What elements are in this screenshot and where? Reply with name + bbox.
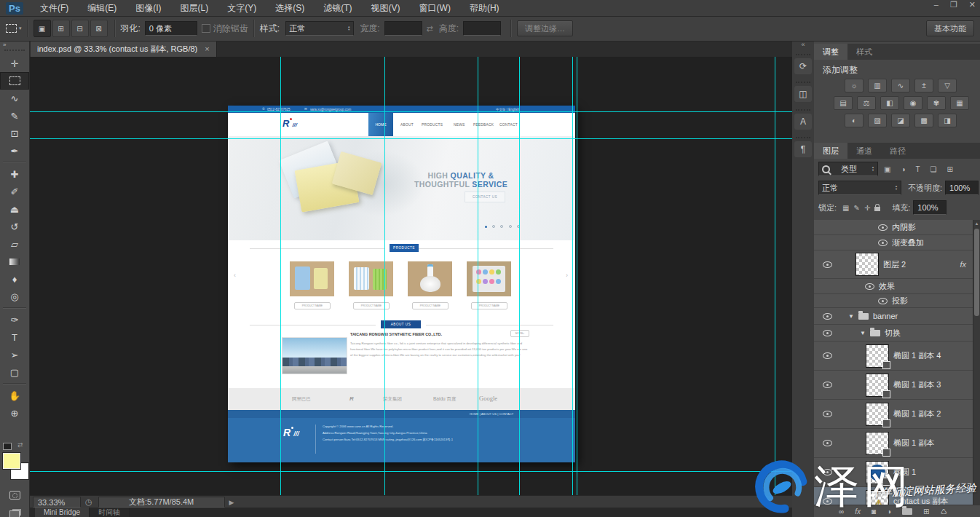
canvas-area[interactable]: ✆ 0512-82707625 ✉ sara.xu@rongweigroup.c… [29,57,792,495]
delete-layer-icon[interactable]: ♺ [940,508,947,516]
character-panel-icon[interactable]: A [794,114,812,130]
opacity-input[interactable]: 100% [945,181,979,195]
visibility-eye-icon[interactable] [823,313,832,320]
subtract-selection-icon[interactable]: ⊟ [71,20,89,37]
layer-row-ellipse-copy4[interactable]: 椭圆 1 副本 4 [814,342,973,371]
layer-effect-drop-shadow[interactable]: 投影 [814,294,973,308]
guide-vertical[interactable] [775,57,775,495]
menu-window[interactable]: 窗口(W) [410,0,460,16]
guide-vertical[interactable] [572,57,573,495]
minimize-button[interactable]: – [934,0,938,9]
about-company-photo[interactable] [282,337,347,374]
restore-button[interactable]: ❐ [950,0,957,9]
filter-type-layers-icon[interactable]: T [916,165,920,173]
new-group-icon[interactable] [902,508,912,515]
guide-horizontal[interactable] [29,471,792,472]
clone-stamp-tool[interactable]: ⏏ [0,200,29,218]
spot-healing-tool[interactable]: ✚ [0,165,29,183]
tab-styles[interactable]: 样式 [847,44,881,60]
crop-tool[interactable]: ⊡ [0,125,29,142]
banner-cta-button[interactable]: CONTACT US [465,192,505,202]
menu-view[interactable]: 视图(V) [362,0,410,16]
partner-alibaba[interactable]: 阿里巴巴 [292,396,311,403]
document-tab[interactable]: index.psd @ 33.3% (contact us 副本, RGB/8)… [31,41,217,57]
tab-timeline[interactable]: 时间轴 [90,508,130,517]
status-options-arrow[interactable]: ▶ [229,499,234,506]
nav-home[interactable]: HOME [368,113,393,136]
partner-baidu[interactable]: Baidu 百度 [433,396,456,403]
layer-row-layer2[interactable]: 图层 2 fx [814,250,973,279]
site-language-switch[interactable]: 中文版 | English [496,108,519,111]
close-button[interactable]: ✕ [969,0,976,9]
layers-scrollbar[interactable]: ▲ [973,220,980,505]
tab-channels[interactable]: 通道 [847,143,881,159]
default-colors-icon[interactable] [3,443,12,450]
products-prev-arrow[interactable]: ‹ [234,272,236,279]
pen-tool[interactable]: ✑ [0,311,29,328]
hand-tool[interactable]: ✋ [0,387,29,404]
footer-links[interactable]: HOME | ABOUT US | CONTACT [470,412,513,416]
fx-badge[interactable]: fx [960,260,966,269]
add-mask-icon[interactable]: ◙ [872,508,876,516]
visibility-eye-icon[interactable] [823,330,832,336]
layer-row-ellipse-copy2[interactable]: 椭圆 1 副本 2 [814,400,973,429]
posterize-icon[interactable]: ▨ [868,114,887,127]
zoom-level-input[interactable]: 33.33% [33,497,81,508]
layer-thumbnail[interactable] [866,403,889,426]
nav-feedback[interactable]: FEEDBACK [473,123,494,127]
new-selection-icon[interactable]: ▣ [33,20,51,37]
guide-vertical[interactable] [577,57,577,495]
products-next-arrow[interactable]: › [566,272,568,279]
close-tab-icon[interactable]: × [205,44,209,53]
channel-mixer-icon[interactable]: ✾ [927,96,946,110]
tab-adjustments[interactable]: 调整 [814,44,847,60]
lock-pixels-icon[interactable]: ✎ [854,204,860,212]
lasso-tool[interactable]: ∿ [0,90,29,107]
menu-file[interactable]: 文件(F) [31,0,78,16]
filter-pixel-layers-icon[interactable]: ▣ [884,165,890,173]
filter-shape-layers-icon[interactable]: ❏ [930,165,937,173]
lock-transparency-icon[interactable]: ▦ [842,204,849,212]
path-selection-tool[interactable]: ➢ [0,346,29,363]
exposure-icon[interactable]: ± [914,79,933,92]
paragraph-panel-icon[interactable]: ¶ [794,141,812,157]
layer-filter-type-select[interactable]: 类型 [818,162,878,176]
visibility-eye-icon[interactable] [823,382,832,388]
move-tool[interactable]: ✛ [0,55,29,72]
menu-edit[interactable]: 编辑(E) [78,0,126,16]
add-selection-icon[interactable]: ⊞ [52,20,70,37]
workspace-button[interactable]: 基本功能 [926,20,974,36]
layer-thumbnail[interactable] [866,432,889,455]
guide-horizontal[interactable] [29,111,792,112]
partner-rongwei-mark[interactable]: R [349,395,354,402]
new-layer-icon[interactable]: ⊞ [923,508,929,516]
antialias-checkbox[interactable] [202,24,210,33]
product-name-button[interactable]: PRODUCT NAME [294,302,331,309]
history-brush-tool[interactable]: ↺ [0,218,29,235]
menu-select[interactable]: 选择(S) [266,0,314,16]
properties-panel-icon[interactable]: ◫ [794,86,812,102]
product-photo[interactable] [467,261,511,296]
quick-mask-icon[interactable] [0,486,29,504]
foreground-color-swatch[interactable] [3,453,20,469]
quick-selection-tool[interactable]: ✎ [0,107,29,125]
invert-icon[interactable]: ◐ [845,114,864,127]
refine-edge-button[interactable]: 调整边缘… [517,20,573,36]
group-row-qiehuan[interactable]: ▼ 切换 [814,325,973,342]
levels-icon[interactable]: ▥ [868,79,887,92]
layer-effects-header[interactable]: 效果 [814,279,973,294]
photo-filter-icon[interactable]: ◉ [904,96,922,110]
nav-news[interactable]: NEWS [454,123,465,127]
tab-mini-bridge[interactable]: Mini Bridge [35,508,90,517]
rectangular-marquee-tool[interactable] [0,72,29,90]
visibility-eye-icon[interactable] [823,411,832,417]
product-photo[interactable] [349,261,393,296]
nav-products[interactable]: PRODUCTS [422,123,443,127]
guide-vertical[interactable] [280,57,281,495]
guide-vertical[interactable] [478,57,478,495]
color-balance-icon[interactable]: ⚖ [857,96,876,110]
swap-dimensions-icon[interactable]: ⇄ [427,24,433,33]
visibility-eye-icon[interactable] [823,469,832,475]
visibility-eye-icon[interactable] [823,352,832,359]
tab-layers[interactable]: 图层 [814,143,847,159]
